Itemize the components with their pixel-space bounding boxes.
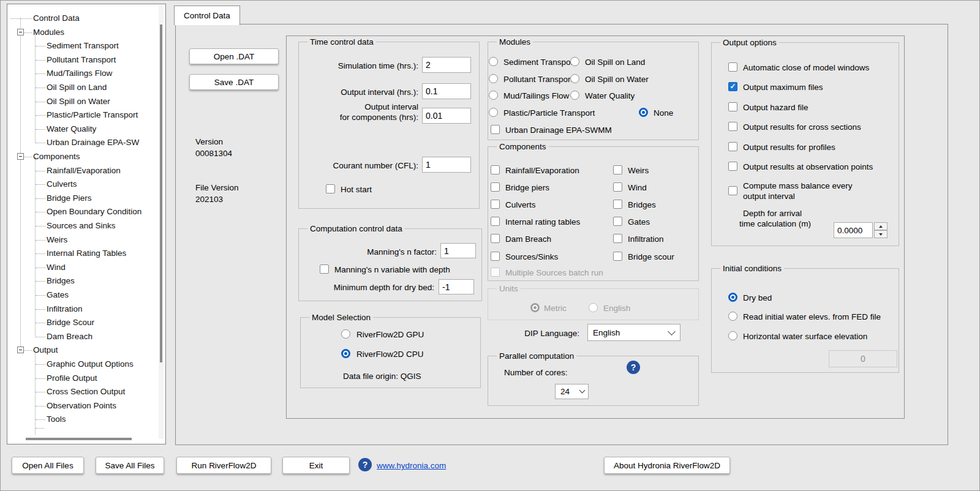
- tree-item-cross-section-output[interactable]: Cross Section Output: [47, 387, 125, 396]
- pollutant-transport-radio[interactable]: [489, 74, 498, 83]
- tree-item-infiltration[interactable]: Infiltration: [47, 304, 83, 313]
- number-of-cores-select[interactable]: 24: [555, 384, 589, 399]
- tree-item-pollutant-transport[interactable]: Pollutant Transport: [47, 55, 116, 64]
- tree-item-water-quality[interactable]: Water Quality: [47, 124, 96, 133]
- tree-horizontal-scrollbar-thumb[interactable]: [26, 438, 132, 440]
- tree-item-profile-output[interactable]: Profile Output: [47, 373, 97, 383]
- tree-item-bridge-piers[interactable]: Bridge Piers: [47, 193, 92, 203]
- bottom-help-icon[interactable]: ?: [358, 458, 372, 471]
- tree-item-modules[interactable]: Modules: [33, 28, 64, 37]
- multiple-sources-batch-run-checkbox[interactable]: [491, 268, 500, 277]
- manning-variable-checkbox[interactable]: [320, 264, 329, 274]
- simulation-time-input[interactable]: [422, 57, 471, 73]
- dip-language-select[interactable]: English: [587, 324, 680, 341]
- output-results-at-observation-points-checkbox[interactable]: [728, 162, 737, 171]
- tree-item-rainfall-evaporation[interactable]: Rainfall/Evaporation: [47, 166, 121, 175]
- water-surface-elevation-input[interactable]: [829, 350, 897, 367]
- spinner-down-button[interactable]: [874, 230, 888, 238]
- tree-item-urban-drainage-epa-sw[interactable]: Urban Drainage EPA-SW: [47, 138, 139, 147]
- horizontal-water-surface-elevation-radio[interactable]: [728, 331, 737, 340]
- infiltration-checkbox[interactable]: [613, 234, 622, 243]
- output-interval-input[interactable]: [422, 83, 471, 99]
- sediment-transport-radio[interactable]: [489, 57, 498, 66]
- gates-checkbox[interactable]: [613, 217, 622, 226]
- culverts-checkbox[interactable]: [491, 200, 500, 209]
- compute-mass-balance-checkbox[interactable]: [728, 186, 737, 195]
- mud-tailings-flow-radio[interactable]: [489, 91, 498, 100]
- internal-rating-tables-checkbox[interactable]: [491, 217, 500, 226]
- open-all-files-button[interactable]: Open All Files: [12, 457, 84, 474]
- tree-item-observation-points[interactable]: Observation Points: [47, 401, 116, 410]
- collapse-icon[interactable]: [17, 347, 24, 353]
- none-radio[interactable]: [639, 108, 648, 117]
- run-riverflow2d-button[interactable]: Run RiverFlow2D: [176, 457, 271, 474]
- multiple-sources-batch-run-label: Multiple Sources batch run: [505, 268, 603, 277]
- chevron-down-icon: [579, 388, 586, 394]
- hot-start-checkbox[interactable]: [326, 184, 335, 193]
- tree-item-wind[interactable]: Wind: [47, 263, 66, 272]
- plastic-particle-transport-radio[interactable]: [489, 108, 498, 117]
- tree-item-graphic-output-options[interactable]: Graphic Output Options: [47, 359, 134, 369]
- tree-item-oil-spill-on-land[interactable]: Oil Spill on Land: [47, 83, 107, 92]
- collapse-icon[interactable]: [17, 29, 24, 36]
- tree-item-oil-spill-on-water[interactable]: Oil Spill on Water: [47, 97, 110, 106]
- tree-item-sources-and-sinks[interactable]: Sources and Sinks: [47, 221, 116, 230]
- units-english-radio[interactable]: [589, 303, 598, 312]
- tree-item-plastic-particle-transport[interactable]: Plastic/Particle Transport: [47, 110, 138, 119]
- spinner-up-button[interactable]: [874, 222, 888, 230]
- bridges-checkbox[interactable]: [613, 200, 622, 209]
- output-maximum-files-checkbox[interactable]: [728, 82, 737, 91]
- collapse-icon[interactable]: [17, 153, 24, 160]
- dam-breach-checkbox[interactable]: [491, 234, 500, 243]
- dry-bed-radio[interactable]: [728, 293, 737, 302]
- tree-item-culverts[interactable]: Culverts: [47, 179, 77, 189]
- tree-item-tools[interactable]: Tools: [47, 414, 66, 424]
- tree-item-sediment-transport[interactable]: Sediment Transport: [47, 41, 119, 50]
- urban-drainage-epa-swmm-checkbox[interactable]: [491, 125, 500, 134]
- output-results-for-cross-sections-checkbox[interactable]: [728, 122, 737, 131]
- tree-item-control-data[interactable]: Control Data: [33, 13, 80, 23]
- wind-checkbox[interactable]: [613, 182, 622, 192]
- manning-factor-input[interactable]: [440, 243, 476, 258]
- tree-vertical-scrollbar-thumb[interactable]: [160, 24, 162, 362]
- exit-button[interactable]: Exit: [282, 457, 350, 474]
- oil-spill-on-land-radio[interactable]: [570, 57, 579, 66]
- tree-item-open-boundary-condition[interactable]: Open Boundary Condition: [47, 207, 141, 216]
- min-depth-input[interactable]: [439, 279, 474, 294]
- water-quality-radio[interactable]: [570, 91, 579, 100]
- tab-control-data[interactable]: Control Data: [174, 6, 240, 25]
- chevron-down-icon: [668, 328, 676, 335]
- riverflow2d-cpu-radio[interactable]: [341, 349, 350, 358]
- courant-number-input[interactable]: [422, 157, 471, 173]
- output-hazard-file-checkbox[interactable]: [728, 102, 737, 111]
- parallel-help-icon[interactable]: ?: [627, 361, 640, 374]
- units-metric-radio[interactable]: [530, 303, 540, 312]
- hydronia-link[interactable]: www.hydronia.com: [377, 461, 446, 470]
- depth-arrival-input[interactable]: [834, 222, 873, 238]
- output-results-for-profiles-checkbox[interactable]: [728, 142, 737, 151]
- sources-sinks-checkbox[interactable]: [491, 252, 500, 261]
- oil-spill-on-water-radio[interactable]: [570, 74, 579, 83]
- tree-item-gates[interactable]: Gates: [47, 290, 69, 299]
- bridge-piers-checkbox[interactable]: [491, 182, 500, 192]
- rainfall-evaporation-checkbox[interactable]: [491, 165, 500, 174]
- save-dat-button[interactable]: Save .DAT: [189, 74, 279, 90]
- tree-item-output[interactable]: Output: [33, 345, 58, 354]
- tree-item-weirs[interactable]: Weirs: [47, 235, 67, 244]
- open-dat-button[interactable]: Open .DAT: [189, 48, 279, 64]
- save-all-files-button[interactable]: Save All Files: [96, 457, 164, 474]
- tree-item-bridges[interactable]: Bridges: [47, 276, 75, 285]
- bridge-scour-checkbox[interactable]: [613, 252, 622, 261]
- riverflow2d-gpu-radio[interactable]: [341, 329, 350, 339]
- weirs-checkbox[interactable]: [613, 165, 622, 174]
- output-interval-label: Output interval (hrs.):: [304, 88, 418, 97]
- components-interval-input[interactable]: [422, 108, 471, 124]
- read-initial-water-elevs-from-fed-file-radio[interactable]: [728, 312, 737, 321]
- tree-item-internal-rating-tables[interactable]: Internal Rating Tables: [47, 249, 126, 258]
- tree-item-bridge-scour[interactable]: Bridge Scour: [47, 318, 94, 327]
- tree-item-components[interactable]: Components: [33, 152, 80, 161]
- tree-item-dam-breach[interactable]: Dam Breach: [47, 332, 92, 341]
- tree-item-mud-tailings-flow[interactable]: Mud/Tailings Flow: [47, 69, 112, 78]
- about-button[interactable]: About Hydronia RiverFlow2D: [604, 457, 730, 474]
- automatic-close-of-model-windows-checkbox[interactable]: [728, 62, 737, 72]
